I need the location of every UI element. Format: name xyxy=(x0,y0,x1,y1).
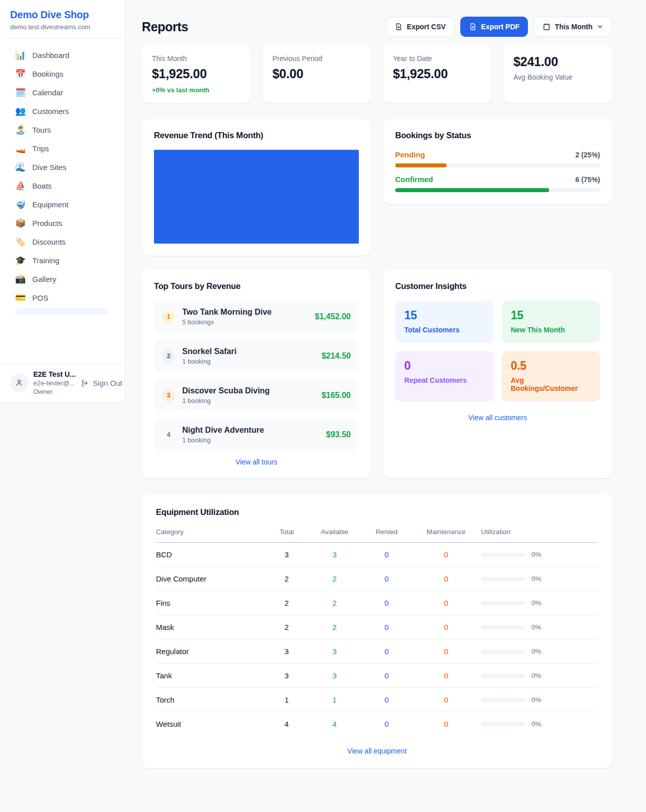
calendar-icon xyxy=(543,23,551,31)
sidebar-item-training[interactable]: 🎓 Training xyxy=(6,251,119,270)
rank-badge: 1 xyxy=(162,310,175,323)
sidebar-item-boats[interactable]: ⛵ Boats xyxy=(6,177,119,195)
customer-insights-card: Customer Insights 15 Total Customers 15 … xyxy=(383,269,612,478)
tour-amount: $93.50 xyxy=(326,430,351,439)
table-row: BCD 3 3 0 0 0% xyxy=(156,543,598,567)
page-header: Reports Export CSV Export PDF xyxy=(142,17,612,37)
revenue-trend-card: Revenue Trend (This Month) xyxy=(142,119,371,256)
tour-amount: $165.00 xyxy=(321,391,351,400)
bookings-by-status-card: Bookings by Status Pending 2 (25%) Confi… xyxy=(383,119,612,204)
period-select[interactable]: This Month xyxy=(534,17,612,37)
view-all-customers-link[interactable]: View all customers xyxy=(395,414,600,422)
revenue-trend-chart xyxy=(154,150,359,244)
sidebar-item-dive-sites[interactable]: 🌊 Dive Sites xyxy=(6,158,119,177)
dashboard-icon: 📊 xyxy=(15,51,25,60)
customer-insights-title: Customer Insights xyxy=(395,281,600,291)
sidebar-item-label: Discounts xyxy=(32,238,66,246)
status-label-1: Confirmed xyxy=(395,175,433,184)
sidebar-item-reports-active-partial[interactable] xyxy=(15,308,110,314)
sidebar-item-trips[interactable]: 🚤 Trips xyxy=(6,139,119,158)
export-pdf-button[interactable]: Export PDF xyxy=(460,17,528,37)
tour-name: Two Tank Morning Dive xyxy=(182,308,308,317)
tour-row: 4 Night Dive Adventure 1 booking $93.50 xyxy=(154,419,359,450)
sidebar-item-pos[interactable]: 💳 POS xyxy=(6,288,119,307)
stat-cards: This Month $1,925.00 +0% vs last month P… xyxy=(142,45,612,103)
tour-list: 1 Two Tank Morning Dive 5 bookings $1,45… xyxy=(154,301,359,450)
sidebar-item-label: Trips xyxy=(32,144,49,153)
sidebar-item-equipment[interactable]: 🤿 Equipment xyxy=(6,195,119,214)
sidebar-item-label: Calendar xyxy=(32,88,63,97)
status-row-pending: Pending 2 (25%) xyxy=(395,150,600,167)
status-row-confirmed: Confirmed 6 (75%) xyxy=(395,175,600,192)
sidebar-item-calendar[interactable]: 🗓️ Calendar xyxy=(6,83,119,102)
sidebar-item-bookings[interactable]: 📅 Bookings xyxy=(6,65,119,83)
table-row: Dive Computer 2 2 0 0 0% xyxy=(156,567,598,591)
table-header-row: Category Total Available Rented Maintena… xyxy=(156,521,598,543)
tour-bookings: 1 booking xyxy=(182,436,319,444)
table-row: Fins 2 2 0 0 0% xyxy=(156,591,598,615)
tile-repeat-customers: 0 Repeat Customers xyxy=(395,351,494,401)
sidebar-item-tours[interactable]: 🏝️ Tours xyxy=(6,121,119,139)
tour-amount: $214.50 xyxy=(321,352,351,361)
table-row: Mask 2 2 0 0 0% xyxy=(156,615,598,640)
rank-badge: 3 xyxy=(162,389,175,402)
sidebar-item-label: Boats xyxy=(32,182,51,190)
utilization-bar xyxy=(481,650,525,654)
tile-new-this-month: 15 New This Month xyxy=(502,301,600,343)
stat-card-this-month: This Month $1,925.00 +0% vs last month xyxy=(142,45,251,103)
tour-name: Snorkel Safari xyxy=(182,347,314,356)
sidebar-item-customers[interactable]: 👥 Customers xyxy=(6,102,119,121)
utilization-bar xyxy=(481,625,525,629)
sidebar-item-discounts[interactable]: 🏷️ Discounts xyxy=(6,233,119,251)
bookings-by-status-title: Bookings by Status xyxy=(395,131,600,140)
sidebar-item-label: Customers xyxy=(32,107,69,115)
main-content: Reports Export CSV Export PDF xyxy=(125,0,646,788)
brand: Demo Dive Shop demo.test.divestreams.com xyxy=(0,0,125,39)
status-value: 2 (25%) xyxy=(575,151,600,159)
tour-name: Night Dive Adventure xyxy=(182,426,319,435)
sidebar-item-label: Dashboard xyxy=(32,51,69,60)
status-bar-track xyxy=(395,188,600,192)
chevron-down-icon xyxy=(597,23,604,30)
wave-icon: 🌊 xyxy=(15,163,25,171)
dive-mask-icon: 🤿 xyxy=(15,200,25,209)
shop-domain: demo.test.divestreams.com xyxy=(10,23,115,31)
tour-amount: $1,452.00 xyxy=(315,312,351,321)
table-row: Torch 1 1 0 0 0% xyxy=(156,688,598,712)
shop-name: Demo Dive Shop xyxy=(10,9,115,21)
rank-badge: 2 xyxy=(162,350,175,363)
charts-row: Revenue Trend (This Month) Bookings by S… xyxy=(142,119,612,256)
tour-bookings: 5 bookings xyxy=(182,318,308,326)
stat-card-year-to-date: Year to Date $1,925.00 xyxy=(383,45,492,103)
sidebar-item-label: POS xyxy=(32,294,48,302)
camera-icon: 📸 xyxy=(15,275,25,283)
tile-total-customers: 15 Total Customers xyxy=(395,301,494,343)
sidebar-item-label: Equipment xyxy=(32,200,69,209)
tile-avg-bookings-per-customer: 0.5 Avg Bookings/Customer xyxy=(502,351,600,401)
utilization-bar xyxy=(481,601,525,605)
sign-out-icon xyxy=(81,379,89,387)
sidebar-item-label: Training xyxy=(32,256,60,265)
sign-out-button[interactable]: Sign Out xyxy=(81,379,122,387)
sidebar-item-gallery[interactable]: 📸 Gallery xyxy=(6,270,119,288)
utilization-bar xyxy=(481,674,525,678)
user-role: Owner xyxy=(33,388,76,395)
status-bar-fill-1 xyxy=(395,188,549,192)
status-bar-fill-0 xyxy=(395,163,447,167)
user-email: e2e-tester@... xyxy=(33,379,76,387)
insight-grid: 15 Total Customers 15 New This Month 0 R… xyxy=(395,301,600,401)
view-all-tours-link[interactable]: View all tours xyxy=(154,458,359,466)
tour-bookings: 1 booking xyxy=(182,397,314,404)
sidebar-item-dashboard[interactable]: 📊 Dashboard xyxy=(6,46,119,65)
view-all-equipment-link[interactable]: View all equipment xyxy=(156,747,598,755)
bookings-calendar-icon: 📅 xyxy=(15,70,25,78)
sidebar-nav: 📊 Dashboard 📅 Bookings 🗓️ Calendar 👥 Cus… xyxy=(0,39,125,314)
export-csv-button[interactable]: Export CSV xyxy=(386,17,454,37)
utilization-bar xyxy=(481,553,525,557)
insights-row: Top Tours by Revenue 1 Two Tank Morning … xyxy=(142,269,612,478)
top-tours-title: Top Tours by Revenue xyxy=(154,281,359,291)
equipment-utilization-card: Equipment Utilization Category Total Ava… xyxy=(142,494,612,768)
utilization-bar xyxy=(481,698,525,702)
sidebar-item-products[interactable]: 📦 Products xyxy=(6,214,119,233)
utilization-bar xyxy=(481,577,525,581)
